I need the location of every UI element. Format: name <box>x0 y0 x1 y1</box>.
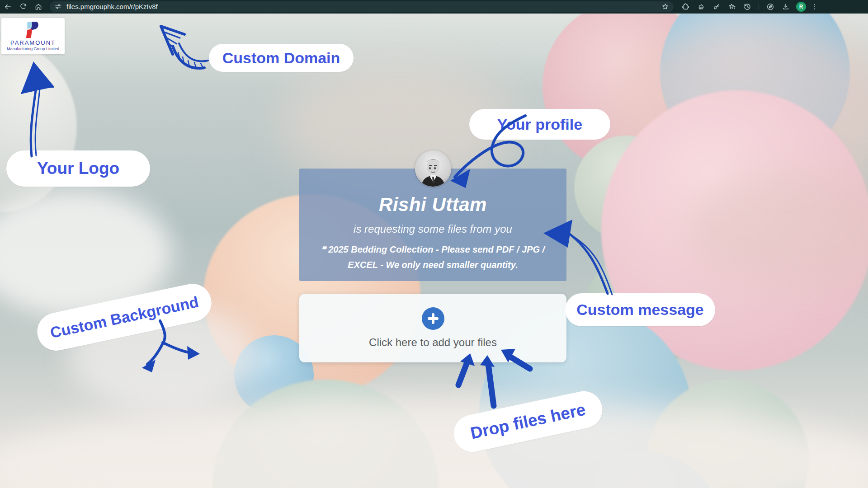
file-request-page: PARAMOUNT Manufacturing Group Limited <box>0 14 868 488</box>
back-icon <box>4 3 12 11</box>
request-message: ❝ 2025 Bedding Collection - Please send … <box>320 242 546 273</box>
request-subtitle: is requesting some files from you <box>299 223 566 235</box>
extensions-icon <box>682 3 690 11</box>
browser-window: files.pmgrouphk.com/r/pKzIv8f <box>0 0 868 488</box>
password-manager-button[interactable] <box>709 0 724 14</box>
annotation-custom-domain: Custom Domain <box>209 44 354 72</box>
company-logo: PARAMOUNT Manufacturing Group Limited <box>1 18 65 54</box>
extension-cart-icon <box>697 3 705 11</box>
annotation-custom-message: Custom message <box>565 293 715 326</box>
extension-cart-button[interactable] <box>693 0 709 14</box>
back-button[interactable] <box>0 0 15 14</box>
paramount-logo-mark <box>24 22 42 38</box>
menu-button[interactable] <box>809 0 821 14</box>
dropzone-label: Click here to add your files <box>369 336 497 349</box>
home-icon <box>34 3 42 11</box>
browser-toolbar: files.pmgrouphk.com/r/pKzIv8f <box>0 0 868 14</box>
quote-mark: ❝ <box>321 244 326 254</box>
background-sphere <box>0 41 77 212</box>
leaf-extension-button[interactable] <box>763 0 778 14</box>
reload-icon <box>19 3 27 10</box>
reload-button[interactable] <box>15 0 31 14</box>
home-button[interactable] <box>31 0 46 14</box>
leaf-extension-icon <box>766 3 774 11</box>
logo-subtitle-text: Manufacturing Group Limited <box>7 47 59 51</box>
url-text: files.pmgrouphk.com/r/pKzIv8f <box>66 3 661 10</box>
logo-brand-text: PARAMOUNT <box>10 39 56 46</box>
request-message-text: 2025 Bedding Collection - Please send PD… <box>328 244 545 270</box>
requester-name: Rishi Uttam <box>299 194 566 216</box>
annotation-your-logo: Your Logo <box>6 150 150 187</box>
site-settings-icon <box>54 3 62 10</box>
history-icon <box>743 3 751 11</box>
url-bar[interactable]: files.pmgrouphk.com/r/pKzIv8f <box>50 1 674 12</box>
menu-kebab-icon <box>811 3 818 10</box>
favorites-extension-button[interactable] <box>724 0 740 14</box>
annotation-your-profile: Your profile <box>469 109 610 140</box>
requester-portrait <box>415 150 451 187</box>
toolbar-separator <box>759 3 759 10</box>
password-key-icon <box>712 3 721 11</box>
bookmark-icon[interactable] <box>661 3 669 10</box>
file-dropzone[interactable]: Click here to add your files <box>299 294 566 362</box>
history-button[interactable] <box>740 0 755 14</box>
plus-icon <box>427 313 439 324</box>
downloads-icon <box>782 3 790 11</box>
downloads-button[interactable] <box>778 0 793 14</box>
requester-avatar <box>415 150 451 187</box>
add-files-button[interactable] <box>422 307 444 330</box>
custom-domain-arrow <box>161 26 208 69</box>
favorites-star-icon <box>728 3 736 11</box>
browser-profile-avatar[interactable]: R <box>796 2 806 12</box>
file-request-card: Rishi Uttam is requesting some files fro… <box>299 169 566 281</box>
extensions-button[interactable] <box>678 0 693 14</box>
